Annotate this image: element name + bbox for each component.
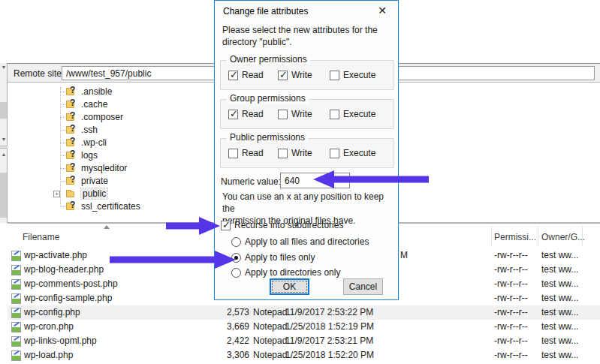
column-header-filename[interactable]: Filename [23,232,59,242]
scroll-down-icon[interactable]: ▼ [1,137,7,143]
php-file-icon [11,322,21,332]
scroll-up-icon[interactable]: ▲ [1,152,7,158]
cancel-button[interactable]: Cancel [343,278,383,295]
dialog-title: Change file attributes [223,6,308,17]
scrollbar-thumb[interactable] [0,173,7,218]
group-permissions-group: Group permissions ✓ Read ✓ Write ✓ Execu… [220,99,394,129]
sort-ascending-icon [104,225,110,229]
column-header-permissions[interactable]: Permissi... [494,232,536,242]
filezilla-window: ▼ ▼ ▲ Remote site: ? .ansible ? .cache ?… [0,0,600,364]
php-file-icon [11,336,21,347]
apply-files-only-radio[interactable]: Apply to files only [231,252,315,263]
file-row[interactable]: wp-links-opml.php 2,422 Notepad... 11/9/… [8,334,600,348]
owner-read-checkbox[interactable]: ✓ Read [228,70,264,80]
folder-question-icon: ? [66,112,77,122]
dialog-intro: Please select the new attributes for the… [222,24,393,48]
file-row-selected[interactable]: wp-config.php 2,573 Notepad... 11/9/2017… [8,305,600,320]
php-file-icon [11,293,21,304]
folder-question-icon: ? [66,163,77,173]
ok-button[interactable]: OK [270,278,309,295]
folder-question-icon: ? [66,99,77,110]
group-write-checkbox[interactable]: ✓ Write [278,109,312,119]
file-row[interactable]: wp-cron.php 3,669 Notepad... 1/25/2018 1… [8,320,600,334]
folder-question-icon: ? [66,125,77,135]
expand-icon[interactable]: + [53,191,60,197]
folder-icon [66,188,77,199]
folder-question-icon: ? [66,86,77,97]
owner-permissions-group: Owner permissions ✓ Read ✓ Write ✓ Execu… [220,60,394,90]
owner-execute-checkbox[interactable]: ✓ Execute [330,70,375,80]
column-header-owner[interactable]: Owner/G... [541,232,585,242]
folder-question-icon: ? [66,137,77,148]
pane-splitter[interactable] [0,146,8,149]
scroll-down-icon[interactable]: ▼ [1,65,7,71]
public-execute-checkbox[interactable]: ✓ Execute [330,148,375,158]
local-pane-scrollbar[interactable]: ▼ ▼ ▲ [0,63,8,223]
remote-site-label: Remote site: [14,68,64,79]
folder-question-icon: ? [66,150,77,161]
group-read-checkbox[interactable]: ✓ Read [228,109,264,119]
php-file-icon [11,265,21,275]
file-row[interactable]: wp-load.php 3,306 Notepad... 1/25/2018 1… [8,348,600,362]
php-file-icon [11,251,21,261]
change-file-attributes-dialog: Change file attributes ✕ Please select t… [214,0,399,300]
public-write-checkbox[interactable]: ✓ Write [278,148,312,158]
scrollbar-thumb[interactable] [0,102,7,119]
numeric-value-label: Numeric value: [221,176,281,187]
close-icon[interactable]: ✕ [375,4,389,17]
php-file-icon [11,350,21,361]
recurse-into-subdirectories-checkbox[interactable]: ✓ Recurse into subdirectories [221,220,343,230]
public-read-checkbox[interactable]: ✓ Read [228,148,264,158]
apply-directories-only-radio[interactable]: Apply to directories only [231,267,340,278]
php-file-icon [11,308,21,318]
folder-question-icon: ? [66,201,77,212]
annotation-arrow-apply-files-only [110,250,237,269]
annotation-arrow-numeric-value [312,170,430,189]
folder-question-icon: ? [66,176,77,186]
php-file-icon [11,279,21,290]
apply-all-radio[interactable]: Apply to all files and directories [231,236,369,247]
owner-write-checkbox[interactable]: ✓ Write [278,70,312,80]
group-execute-checkbox[interactable]: ✓ Execute [330,109,375,119]
public-permissions-group: Public permissions ✓ Read ✓ Write ✓ Exec… [220,138,394,168]
annotation-arrow-recurse [166,216,222,236]
